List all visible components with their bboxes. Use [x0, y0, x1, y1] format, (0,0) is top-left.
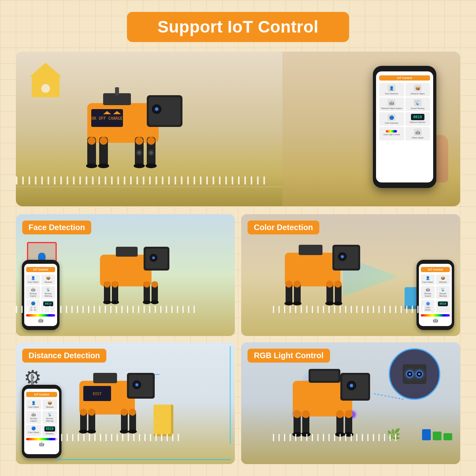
dist-bar-row	[26, 438, 57, 440]
svg-point-61	[326, 280, 333, 288]
zoom-sensor-box	[403, 364, 426, 384]
color-phone-grid: 👤 Face Detect 📦 Obstacle 🤖 Remote Inspec…	[421, 274, 450, 313]
color-bar	[421, 314, 450, 317]
main-robot-dog: OK OFF CHARGE	[40, 71, 206, 182]
color-pi-5-icon: ⬤	[426, 301, 430, 305]
phone-color-bar	[386, 130, 397, 132]
phone-menu-grid: 👤 Face Detection 📦 Obstacle Object 🤖 Obs…	[379, 83, 430, 140]
svg-point-79	[128, 430, 137, 434]
face-pi-4-label: Remote Warning	[43, 292, 54, 297]
phone-item-color: 🔵 Color Detection	[379, 112, 404, 126]
svg-point-33	[152, 257, 155, 259]
svg-point-20	[88, 137, 96, 145]
color-fence	[273, 306, 424, 313]
color-pi-3-label: Remote Inspect	[422, 292, 433, 297]
phone-face-label: Face Detection	[385, 92, 398, 95]
color-pi-4: 📡 Remote Warning	[436, 286, 450, 299]
dist-robot-icon: 🤖	[26, 441, 57, 447]
svg-rect-65	[299, 245, 322, 255]
svg-point-111	[302, 410, 310, 418]
phone-item-obstacle: 📦 Obstacle Object	[405, 83, 430, 96]
face-pi-3: 🤖 Remote Inspect	[26, 286, 40, 299]
color-pi-2-icon: 📦	[441, 276, 445, 280]
panel-rgb-control: RGB Light Control	[241, 342, 460, 464]
svg-rect-90	[311, 371, 338, 381]
color-phone-mockup: IoT Control 👤 Face Detect 📦 Obstacle 🤖	[416, 260, 454, 330]
svg-point-82	[121, 409, 128, 416]
dist-pi-2-label: Obstacle	[46, 406, 54, 408]
color-phone-title: IoT Control	[421, 267, 450, 272]
dist-pi-4: 📡 Remote Warning	[42, 411, 58, 424]
face-pi-2: 📦 Obstacle	[41, 274, 55, 285]
phone-speed-icon: 🤖	[414, 129, 422, 136]
face-robot-icon: 🤖	[26, 318, 55, 323]
svg-point-63	[285, 280, 292, 288]
svg-point-16	[86, 163, 97, 168]
color-pi-6: 0019	[436, 300, 450, 313]
phone-obstacle-icon: 📦	[414, 84, 422, 92]
phone-robot-label: Obstacle Object Inspect	[381, 107, 402, 109]
panel-face-content: Face Detection 👤	[16, 214, 235, 336]
svg-point-5	[155, 107, 158, 111]
zoom-circle	[389, 348, 440, 400]
phone-item-speed: 🤖 Robot Speed	[405, 127, 430, 140]
phone-rgb-label: Color Light Control	[383, 133, 400, 136]
zoom-circle-content	[390, 349, 439, 399]
svg-point-38	[143, 300, 151, 304]
svg-text:DIST: DIST	[93, 392, 102, 396]
phone-in-hand: IoT Control 👤 Face Detection 📦 Obstacle …	[365, 63, 444, 190]
phone-distance-label: Distance Detector	[410, 121, 426, 123]
panel-face-detection: Face Detection 👤	[16, 214, 235, 336]
face-pi-1-label: Face Detect	[28, 281, 38, 283]
svg-point-23	[138, 151, 141, 154]
phone-color-icon: 🔵	[388, 114, 395, 121]
phone-obstacle-label: Obstacle Object	[411, 92, 425, 95]
dist-pi-5: 🔵 Color Detect	[26, 425, 41, 436]
dist-pi-1-label: Face Detect	[28, 406, 39, 408]
zoom-eye-left	[406, 370, 413, 378]
face-pi-4-icon: 📡	[46, 288, 50, 292]
dist-pi-4-label: Remote Warning	[44, 417, 56, 422]
svg-point-43	[152, 281, 158, 288]
svg-point-83	[129, 409, 136, 416]
svg-text:OK  OFF  CHARGE: OK OFF CHARGE	[92, 116, 123, 121]
rgb-blocks	[422, 429, 452, 440]
dist-counter-label: Distance	[46, 432, 54, 435]
svg-point-109	[345, 410, 353, 418]
panel-rgb-content: RGB Light Control	[241, 342, 460, 464]
face-pi-5-icon: 🔵	[31, 301, 35, 305]
phone-face-icon: 👤	[388, 84, 395, 92]
phone-large: IoT Control 👤 Face Detection 📦 Obstacle …	[373, 66, 436, 188]
dist-color-bar	[26, 438, 57, 440]
face-detection-label: Face Detection	[22, 221, 91, 234]
color-robot-icon: 🤖	[421, 318, 450, 323]
phone-speed-label: Robot Speed	[412, 136, 423, 139]
svg-point-110	[293, 410, 301, 418]
phone-color-label: Color Detection	[385, 122, 398, 124]
dist-pi-3-label: Remote Inspect	[28, 417, 40, 422]
color-pi-1-label: Face Detect	[422, 281, 433, 283]
cyan-border-bottom	[56, 459, 231, 460]
panel-color-detection: Color Detection	[241, 214, 460, 336]
main-scene: OK OFF CHARGE	[16, 52, 460, 206]
svg-point-80	[79, 430, 88, 434]
svg-point-60	[293, 301, 301, 305]
svg-point-15	[146, 163, 157, 168]
block-blue	[422, 429, 431, 440]
distance-phone-grid: 👤 Face Detect 📦 Obstacle 🤖 Remote Inspec…	[26, 399, 57, 436]
zoom-eye-right	[416, 370, 423, 378]
color-pi-3-icon: 🤖	[426, 288, 430, 292]
svg-point-39	[151, 300, 159, 304]
color-pi-2-label: Obstacle	[439, 281, 447, 283]
svg-point-84	[80, 409, 87, 416]
phone-item-sound: 📡 Sound Warning	[405, 98, 430, 111]
face-robot-dog	[76, 235, 187, 314]
svg-rect-46	[116, 247, 138, 257]
phone-title: IoT Control	[379, 75, 430, 81]
svg-point-62	[334, 280, 342, 288]
phone-sound-label: Sound Warning	[411, 107, 424, 109]
svg-point-45	[112, 281, 118, 288]
dist-pi-2: 📦 Obstacle	[42, 399, 58, 410]
dist-pi-1-icon: 👤	[31, 401, 36, 405]
face-pi-2-label: Obstacle	[44, 281, 52, 283]
